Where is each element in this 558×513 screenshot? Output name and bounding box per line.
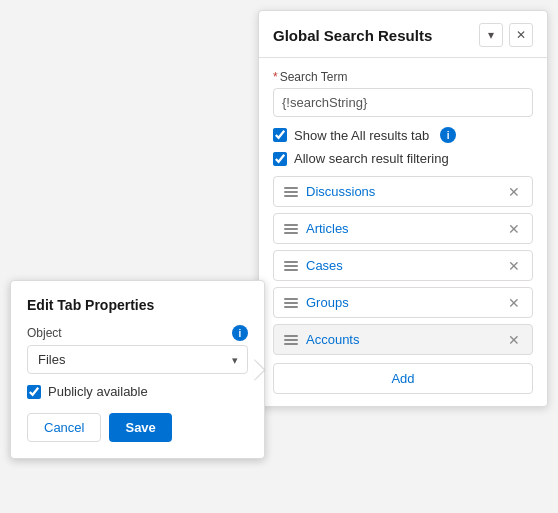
main-panel-header: Global Search Results ▾ ✕ — [259, 11, 547, 58]
drag-handle-icon — [284, 335, 298, 345]
global-search-results-panel: Global Search Results ▾ ✕ *Search Term S… — [258, 10, 548, 407]
main-panel-body: *Search Term Show the All results tab i … — [259, 58, 547, 406]
remove-cases-button[interactable]: ✕ — [506, 259, 522, 273]
tab-label-accounts: Accounts — [306, 332, 359, 347]
object-field-label: Object — [27, 326, 62, 340]
allow-filtering-label: Allow search result filtering — [294, 151, 449, 166]
object-info-icon[interactable]: i — [232, 325, 248, 341]
publicly-available-row: Publicly available — [27, 384, 248, 399]
remove-articles-button[interactable]: ✕ — [506, 222, 522, 236]
search-term-input[interactable] — [273, 88, 533, 117]
tab-item-accounts[interactable]: Accounts ✕ — [273, 324, 533, 355]
save-button[interactable]: Save — [109, 413, 171, 442]
object-label-row: Object i — [27, 325, 248, 341]
allow-filtering-row: Allow search result filtering — [273, 151, 533, 166]
required-star: * — [273, 70, 278, 84]
edit-panel-title: Edit Tab Properties — [27, 297, 248, 313]
tab-item-left: Groups — [284, 295, 349, 310]
drag-handle-icon — [284, 224, 298, 234]
publicly-available-checkbox[interactable] — [27, 385, 41, 399]
tab-item-left: Accounts — [284, 332, 359, 347]
tab-item-cases[interactable]: Cases ✕ — [273, 250, 533, 281]
tab-label-groups: Groups — [306, 295, 349, 310]
add-button[interactable]: Add — [273, 363, 533, 394]
drag-handle-icon — [284, 298, 298, 308]
search-term-label: *Search Term — [273, 70, 533, 84]
remove-discussions-button[interactable]: ✕ — [506, 185, 522, 199]
tab-label-articles: Articles — [306, 221, 349, 236]
drag-handle-icon — [284, 261, 298, 271]
dropdown-icon: ▾ — [488, 28, 494, 42]
edit-panel-footer: Cancel Save — [27, 413, 248, 442]
remove-groups-button[interactable]: ✕ — [506, 296, 522, 310]
tab-item-discussions[interactable]: Discussions ✕ — [273, 176, 533, 207]
object-select-wrapper: Files Articles Cases Groups Accounts Dis… — [27, 345, 248, 374]
close-icon: ✕ — [516, 28, 526, 42]
tab-item-groups[interactable]: Groups ✕ — [273, 287, 533, 318]
main-panel-title: Global Search Results — [273, 27, 432, 44]
close-button[interactable]: ✕ — [509, 23, 533, 47]
dropdown-button[interactable]: ▾ — [479, 23, 503, 47]
show-all-results-row: Show the All results tab i — [273, 127, 533, 143]
show-all-results-label: Show the All results tab — [294, 128, 429, 143]
tab-item-left: Cases — [284, 258, 343, 273]
info-icon[interactable]: i — [440, 127, 456, 143]
tab-item-articles[interactable]: Articles ✕ — [273, 213, 533, 244]
edit-tab-properties-panel: Edit Tab Properties Object i Files Artic… — [10, 280, 265, 459]
header-actions: ▾ ✕ — [479, 23, 533, 47]
publicly-available-label: Publicly available — [48, 384, 148, 399]
show-all-results-checkbox[interactable] — [273, 128, 287, 142]
tab-label-discussions: Discussions — [306, 184, 375, 199]
drag-handle-icon — [284, 187, 298, 197]
tab-item-left: Articles — [284, 221, 349, 236]
object-select[interactable]: Files Articles Cases Groups Accounts Dis… — [27, 345, 248, 374]
allow-filtering-checkbox[interactable] — [273, 152, 287, 166]
remove-accounts-button[interactable]: ✕ — [506, 333, 522, 347]
tab-item-left: Discussions — [284, 184, 375, 199]
tabs-list: Discussions ✕ Articles ✕ — [273, 176, 533, 355]
cancel-button[interactable]: Cancel — [27, 413, 101, 442]
tab-label-cases: Cases — [306, 258, 343, 273]
